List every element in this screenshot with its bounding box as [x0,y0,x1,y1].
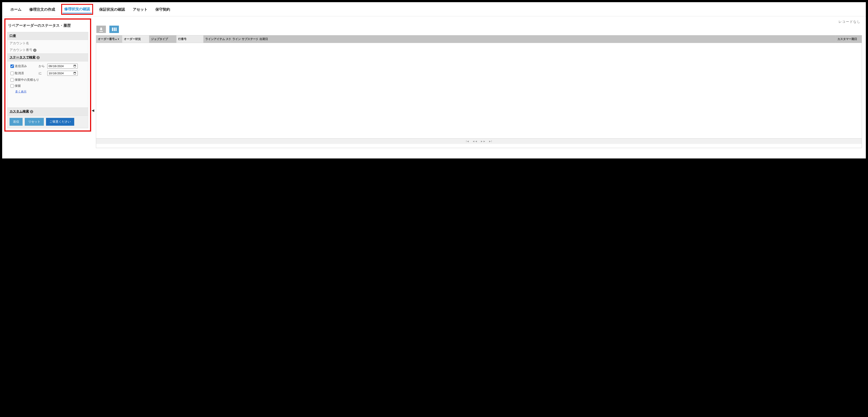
section-account: 口座 [7,32,88,40]
info-icon[interactable]: i [36,56,40,59]
highlight-box-sidebar: リペアーオーダーのステータス・履歴 口座 アカウント名 アカウント番号 i ステ… [4,19,91,131]
date-to[interactable] [47,71,78,76]
main-nav: ホーム 修理注文の作成 修理状況の確認 保証状況の確認 アセット 保守契約 [2,2,866,16]
pager-last-icon[interactable]: ►I [489,140,492,143]
col-order-number[interactable]: オーダー番号▲▼ [96,35,122,43]
columns-button[interactable] [110,26,119,33]
col-job-type[interactable]: ジョブタイプ [149,35,177,43]
no-records-text: レコードなし [96,19,862,25]
highlight-box-nav: 修理状況の確認 [61,4,93,15]
col-line-item-status[interactable]: ラインアイテム ステ [204,35,231,43]
checkbox-pending-quote[interactable] [10,78,14,82]
nav-asset[interactable]: アセット [131,6,149,13]
results-grid: オーダー番号▲▼ オーダー状況 ジョブタイプ 行番号 ラインアイテム ステ ライ… [96,35,862,148]
nav-maintenance-contract[interactable]: 保守契約 [154,6,172,13]
notice-button[interactable]: ご留意ください [46,118,74,126]
nav-create-repair-order[interactable]: 修理注文の作成 [28,6,57,13]
download-button[interactable] [96,26,106,33]
grid-toolbar [96,25,862,35]
label-to: に [39,71,47,75]
pager-next-icon[interactable]: ►► [480,140,486,143]
info-icon[interactable]: i [30,110,33,113]
submit-button[interactable]: 送信 [9,118,23,126]
grid-header-row: オーダー番号▲▼ オーダー状況 ジョブタイプ 行番号 ラインアイテム ステ ライ… [96,35,862,43]
section-custom-search[interactable]: カスタム検索 i [7,108,88,116]
custom-search-label: カスタム検索 [9,110,29,113]
account-number-row: アカウント番号 i [7,47,88,53]
pager-first-icon[interactable]: I◄ [466,140,469,143]
label-on-hold: 保留 [15,84,85,88]
info-icon[interactable]: i [33,49,36,52]
filter-panel: 口座 アカウント名 アカウント番号 i ステータスで検索 i 送信済み から 取… [7,32,88,128]
col-ship-date[interactable]: 出荷日 [258,35,836,43]
account-name-label: アカウント名 [7,40,88,47]
nav-home[interactable]: ホーム [9,6,23,13]
account-number-label: アカウント番号 [9,48,32,52]
col-customer-due-date[interactable]: カスタマー期日 [836,35,862,43]
show-more-link[interactable]: 多く表示 [15,90,27,93]
nav-warranty-status[interactable]: 保証状況の確認 [97,6,127,13]
grid-horizontal-scrollbar[interactable] [96,144,862,148]
label-cancelled: 取消済 [15,71,39,75]
main-content: レコードなし オーダー番号▲▼ オーダー状況 ジョブタイプ 行番号 ライ [95,19,866,148]
sidebar-title: リペアーオーダーのステータス・履歴 [7,21,88,32]
action-buttons: 送信 リセット ご留意ください [7,116,88,128]
col-line-number[interactable]: 行番号 [177,35,204,43]
grid-body [96,43,862,138]
date-from[interactable] [47,64,78,68]
label-submitted: 送信済み [15,64,39,68]
reset-button[interactable]: リセット [25,118,44,126]
checkbox-cancelled[interactable] [10,71,14,75]
col-line-substatus[interactable]: ライン サブステータ [231,35,258,43]
col-order-number-label: オーダー番号 [98,37,115,40]
section-status-search[interactable]: ステータスで検索 i [7,53,88,61]
pager-prev-icon[interactable]: ◄◄ [472,140,477,143]
status-filter-block: 送信済み から 取消済 に 保留中の見積もり 保留 [7,61,88,89]
checkbox-submitted[interactable] [10,64,14,68]
sort-arrows-icon: ▲▼ [115,38,120,40]
collapse-sidebar-caret[interactable]: ◀ [91,108,95,113]
download-icon [99,28,103,31]
columns-icon [112,28,117,31]
label-pending-quote: 保留中の見積もり [15,78,85,82]
checkbox-on-hold[interactable] [10,84,14,88]
show-more-row: 多く表示 [7,89,88,96]
status-search-label: ステータスで検索 [9,55,36,59]
label-from: から [39,64,47,68]
app-window: ホーム 修理注文の作成 修理状況の確認 保証状況の確認 アセット 保守契約 リペ… [2,2,866,158]
nav-repair-status[interactable]: 修理状況の確認 [62,5,92,13]
col-order-status[interactable]: オーダー状況 [122,35,149,43]
grid-pager: I◄ ◄◄ ►► ►I [96,138,862,144]
